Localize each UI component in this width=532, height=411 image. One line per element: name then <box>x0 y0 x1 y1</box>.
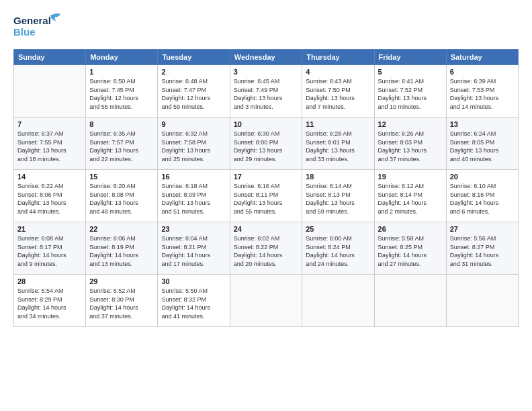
calendar-cell: 6Sunrise: 6:39 AMSunset: 7:53 PMDaylight… <box>446 65 518 118</box>
calendar-week-row: 1Sunrise: 6:50 AMSunset: 7:45 PMDaylight… <box>14 65 519 118</box>
calendar-cell <box>374 275 446 327</box>
calendar-cell: 30Sunrise: 5:50 AMSunset: 8:32 PMDayligh… <box>158 275 230 327</box>
day-info: Sunrise: 6:30 AMSunset: 8:00 PMDaylight:… <box>234 130 299 163</box>
calendar-cell <box>446 275 518 327</box>
day-number: 17 <box>234 173 299 181</box>
day-number: 19 <box>378 173 443 181</box>
calendar-cell <box>230 275 302 327</box>
calendar-cell: 18Sunrise: 6:14 AMSunset: 8:13 PMDayligh… <box>302 170 374 222</box>
day-number: 15 <box>89 173 154 181</box>
header-saturday: Saturday <box>446 50 518 65</box>
day-info: Sunrise: 6:20 AMSunset: 8:08 PMDaylight:… <box>89 182 154 216</box>
day-info: Sunrise: 6:26 AMSunset: 8:03 PMDaylight:… <box>378 130 443 163</box>
day-number: 29 <box>89 277 154 285</box>
calendar-header-row: SundayMondayTuesdayWednesdayThursdayFrid… <box>14 50 519 65</box>
calendar-cell: 28Sunrise: 5:54 AMSunset: 8:29 PMDayligh… <box>14 275 86 327</box>
calendar-table: SundayMondayTuesdayWednesdayThursdayFrid… <box>13 49 519 327</box>
calendar-week-row: 21Sunrise: 6:08 AMSunset: 8:17 PMDayligh… <box>14 222 519 275</box>
day-number: 14 <box>17 173 82 181</box>
day-number: 24 <box>234 225 299 233</box>
day-number: 10 <box>234 120 299 128</box>
svg-text:General: General <box>13 15 51 26</box>
day-info: Sunrise: 6:24 AMSunset: 8:05 PMDaylight:… <box>450 130 515 163</box>
day-number: 12 <box>378 120 443 128</box>
calendar-cell: 11Sunrise: 6:28 AMSunset: 8:01 PMDayligh… <box>302 118 374 170</box>
day-number: 27 <box>450 225 515 233</box>
day-number: 7 <box>17 120 82 128</box>
calendar-cell: 8Sunrise: 6:35 AMSunset: 7:57 PMDaylight… <box>86 118 158 170</box>
day-info: Sunrise: 6:02 AMSunset: 8:22 PMDaylight:… <box>234 234 299 268</box>
day-info: Sunrise: 6:39 AMSunset: 7:53 PMDaylight:… <box>450 77 515 111</box>
day-number: 11 <box>306 120 370 128</box>
calendar-cell: 16Sunrise: 6:18 AMSunset: 8:09 PMDayligh… <box>158 170 230 222</box>
day-number: 4 <box>306 68 370 76</box>
header-thursday: Thursday <box>302 50 374 65</box>
day-info: Sunrise: 6:10 AMSunset: 8:16 PMDaylight:… <box>450 182 515 216</box>
day-info: Sunrise: 6:45 AMSunset: 7:49 PMDaylight:… <box>234 77 299 111</box>
calendar-cell: 3Sunrise: 6:45 AMSunset: 7:49 PMDaylight… <box>230 65 302 118</box>
day-number: 20 <box>450 173 515 181</box>
day-number: 28 <box>17 277 82 285</box>
calendar-cell: 22Sunrise: 6:06 AMSunset: 8:19 PMDayligh… <box>86 222 158 275</box>
calendar-cell <box>14 65 86 118</box>
page: GeneralBlue SundayMondayTuesdayWednesday… <box>0 0 532 411</box>
day-number: 6 <box>450 68 515 76</box>
calendar-week-row: 28Sunrise: 5:54 AMSunset: 8:29 PMDayligh… <box>14 275 519 327</box>
header-wednesday: Wednesday <box>230 50 302 65</box>
day-info: Sunrise: 6:16 AMSunset: 8:11 PMDaylight:… <box>234 182 299 216</box>
day-info: Sunrise: 6:43 AMSunset: 7:50 PMDaylight:… <box>306 77 370 111</box>
calendar-cell <box>302 275 374 327</box>
day-number: 8 <box>89 120 154 128</box>
calendar-cell: 27Sunrise: 5:56 AMSunset: 8:27 PMDayligh… <box>446 222 518 275</box>
day-info: Sunrise: 5:56 AMSunset: 8:27 PMDaylight:… <box>450 234 515 268</box>
day-info: Sunrise: 6:35 AMSunset: 7:57 PMDaylight:… <box>89 130 154 163</box>
day-number: 25 <box>306 225 370 233</box>
header-sunday: Sunday <box>14 50 86 65</box>
day-number: 13 <box>450 120 515 128</box>
day-number: 18 <box>306 173 370 181</box>
day-number: 26 <box>378 225 443 233</box>
calendar-cell: 24Sunrise: 6:02 AMSunset: 8:22 PMDayligh… <box>230 222 302 275</box>
day-number: 22 <box>89 225 154 233</box>
calendar-cell: 29Sunrise: 5:52 AMSunset: 8:30 PMDayligh… <box>86 275 158 327</box>
calendar-cell: 15Sunrise: 6:20 AMSunset: 8:08 PMDayligh… <box>86 170 158 222</box>
calendar-cell: 20Sunrise: 6:10 AMSunset: 8:16 PMDayligh… <box>446 170 518 222</box>
calendar-cell: 19Sunrise: 6:12 AMSunset: 8:14 PMDayligh… <box>374 170 446 222</box>
day-info: Sunrise: 6:00 AMSunset: 8:24 PMDaylight:… <box>306 234 370 268</box>
calendar-cell: 21Sunrise: 6:08 AMSunset: 8:17 PMDayligh… <box>14 222 86 275</box>
day-info: Sunrise: 6:50 AMSunset: 7:45 PMDaylight:… <box>89 77 154 111</box>
calendar-cell: 17Sunrise: 6:16 AMSunset: 8:11 PMDayligh… <box>230 170 302 222</box>
day-info: Sunrise: 6:18 AMSunset: 8:09 PMDaylight:… <box>161 182 226 216</box>
header-tuesday: Tuesday <box>158 50 230 65</box>
calendar-cell: 23Sunrise: 6:04 AMSunset: 8:21 PMDayligh… <box>158 222 230 275</box>
logo-svg: GeneralBlue <box>13 12 64 42</box>
day-info: Sunrise: 6:06 AMSunset: 8:19 PMDaylight:… <box>89 234 154 268</box>
day-info: Sunrise: 6:48 AMSunset: 7:47 PMDaylight:… <box>161 77 226 111</box>
calendar-cell: 4Sunrise: 6:43 AMSunset: 7:50 PMDaylight… <box>302 65 374 118</box>
calendar-cell: 26Sunrise: 5:58 AMSunset: 8:25 PMDayligh… <box>374 222 446 275</box>
day-info: Sunrise: 6:28 AMSunset: 8:01 PMDaylight:… <box>306 130 370 163</box>
calendar-cell: 5Sunrise: 6:41 AMSunset: 7:52 PMDaylight… <box>374 65 446 118</box>
day-info: Sunrise: 5:52 AMSunset: 8:30 PMDaylight:… <box>89 287 154 320</box>
calendar-cell: 13Sunrise: 6:24 AMSunset: 8:05 PMDayligh… <box>446 118 518 170</box>
svg-text:Blue: Blue <box>13 26 36 38</box>
calendar-week-row: 14Sunrise: 6:22 AMSunset: 8:06 PMDayligh… <box>14 170 519 222</box>
calendar-week-row: 7Sunrise: 6:37 AMSunset: 7:55 PMDaylight… <box>14 118 519 170</box>
calendar-cell: 2Sunrise: 6:48 AMSunset: 7:47 PMDaylight… <box>158 65 230 118</box>
day-info: Sunrise: 6:37 AMSunset: 7:55 PMDaylight:… <box>17 130 82 163</box>
header-monday: Monday <box>86 50 158 65</box>
calendar-cell: 14Sunrise: 6:22 AMSunset: 8:06 PMDayligh… <box>14 170 86 222</box>
day-info: Sunrise: 5:50 AMSunset: 8:32 PMDaylight:… <box>161 287 226 320</box>
day-number: 2 <box>161 68 226 76</box>
day-info: Sunrise: 6:41 AMSunset: 7:52 PMDaylight:… <box>378 77 443 111</box>
day-info: Sunrise: 6:32 AMSunset: 7:58 PMDaylight:… <box>161 130 226 163</box>
day-info: Sunrise: 6:14 AMSunset: 8:13 PMDaylight:… <box>306 182 370 216</box>
calendar-cell: 7Sunrise: 6:37 AMSunset: 7:55 PMDaylight… <box>14 118 86 170</box>
day-number: 30 <box>161 277 226 285</box>
day-number: 5 <box>378 68 443 76</box>
day-info: Sunrise: 6:04 AMSunset: 8:21 PMDaylight:… <box>161 234 226 268</box>
calendar-cell: 12Sunrise: 6:26 AMSunset: 8:03 PMDayligh… <box>374 118 446 170</box>
calendar-cell: 10Sunrise: 6:30 AMSunset: 8:00 PMDayligh… <box>230 118 302 170</box>
day-info: Sunrise: 5:54 AMSunset: 8:29 PMDaylight:… <box>17 287 82 320</box>
day-number: 3 <box>234 68 299 76</box>
